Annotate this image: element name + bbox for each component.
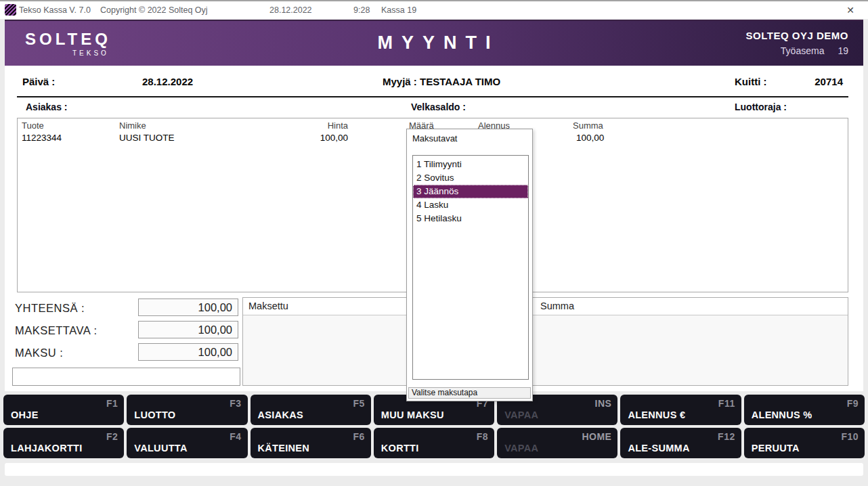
payment-option[interactable]: 1 Tilimyynti [413,158,528,171]
valuutta-label: VALUUTTA [134,443,187,454]
titlebar: Tekso Kassa V. 7.0 Copyright © 2022 Solt… [0,0,868,19]
cell-tuote: 11223344 [22,133,62,143]
muu-maksu-label: MUU MAKSU [381,410,444,420]
peruuta-button[interactable]: F10 PERUUTA [744,428,865,458]
vapaa-ins-label: VAPAA [504,410,538,420]
alennus-euro-key: F11 [718,398,735,409]
paid-panel-header: Maksettu Summa [243,298,848,315]
workstation-line: Työasema19 [746,45,848,56]
vapaa-home-button: HOME VAPAA [497,428,617,458]
receipt-value: 20714 [802,76,843,87]
app-window: Tekso Kassa V. 7.0 Copyright © 2022 Solt… [0,0,868,486]
ale-summa-key: F12 [718,431,735,442]
date-label: Päivä : [22,76,55,87]
kortti-button[interactable]: F8 KORTTI [374,428,494,458]
solteq-logo: SOLTEQ TEKSO [25,30,111,57]
divider-line [17,96,848,97]
vapaa-home-label: VAPAA [504,443,538,454]
debt-label: Velkasaldo : [411,102,466,112]
logo-main-text: SOLTEQ [25,30,111,49]
col-header-nimike: Nimike [119,120,146,131]
luotto-key: F3 [230,398,241,409]
total-label: YHTEENSÄ : [15,302,85,315]
kateinen-button[interactable]: F6 KÄTEINEN [251,428,371,458]
alennus-pct-button[interactable]: F9 ALENNUS % [744,395,865,425]
payment-value-box: 100,00 [138,343,238,361]
titlebar-date: 28.12.2022 [269,5,312,15]
cell-hinta: 100,00 [275,133,348,143]
receipt-label: Kuitti : [735,76,766,87]
customer-label: Asiakas : [26,102,67,112]
kateinen-key: F6 [353,431,365,442]
vapaa-ins-key: INS [595,398,612,409]
valuutta-key: F4 [230,431,241,442]
alennus-pct-key: F9 [847,398,859,409]
lahjakortti-key: F2 [106,431,118,442]
sum-header-label: Summa [540,301,574,311]
payment-popup: Maksutavat 1 Tilimyynti 2 Sovitus 3 Jään… [406,129,533,401]
credit-label: Luottoraja : [735,102,787,112]
total-value-box: 100,00 [138,299,238,316]
asiakas-key: F5 [353,398,365,409]
cell-summa: 100,00 [576,133,604,143]
peruuta-label: PERUUTA [752,443,800,454]
peruuta-key: F10 [841,431,859,442]
payable-label: MAKSETTAVA : [15,324,97,337]
alennus-pct-label: ALENNUS % [752,410,812,420]
paid-header-label: Maksettu [248,301,288,311]
ohje-label: OHJE [11,410,39,420]
vapaa-home-key: HOME [582,431,611,442]
col-header-hinta: Hinta [275,120,348,131]
popup-status-bar: Valitse maksutapa [408,387,531,399]
bottom-status-bar [5,463,863,476]
lahjakortti-label: LAHJAKORTTI [11,443,83,454]
asiakas-label: ASIAKAS [258,410,303,420]
valuutta-button[interactable]: F4 VALUUTTA [127,428,247,458]
popup-title: Maksutavat [412,133,457,143]
header-right-block: SOLTEQ OYJ DEMO Työasema19 [746,30,848,56]
luotto-button[interactable]: F3 LUOTTO [127,395,247,425]
titlebar-time: 9:28 [353,5,370,15]
amount-entry-field[interactable] [12,368,240,386]
workstation-value: 19 [838,45,848,56]
ohje-key: F1 [106,398,118,409]
alennus-euro-label: ALENNUS € [628,410,685,420]
logo-sub-text: TEKSO [25,49,111,57]
titlebar-app-name: Tekso Kassa V. 7.0 [19,5,91,15]
alennus-euro-button[interactable]: F11 ALENNUS € [620,395,741,425]
seller-line: Myyjä : TESTAAJA TIMO [383,76,500,87]
payment-option[interactable]: 3 Jäännös [413,185,528,198]
kortti-label: KORTTI [381,443,419,454]
paid-panel: Maksettu Summa [242,297,848,386]
asiakas-button[interactable]: F5 ASIAKAS [251,395,371,425]
payment-option[interactable]: 4 Lasku [413,198,528,212]
kateinen-label: KÄTEINEN [258,443,310,454]
payment-option[interactable]: 2 Sovitus [413,171,528,185]
payment-options-list[interactable]: 1 Tilimyynti 2 Sovitus 3 Jäännös 4 Lasku… [412,155,529,380]
page-title: MYYNTI [368,32,499,53]
company-name: SOLTEQ OYJ DEMO [746,30,848,41]
cell-nimike: UUSI TUOTE [119,133,175,143]
col-header-summa: Summa [573,120,603,131]
titlebar-register: Kassa 19 [381,5,416,15]
date-value: 28.12.2022 [142,76,193,87]
ohje-button[interactable]: F1 OHJE [3,395,124,425]
payable-value-box: 100,00 [138,321,238,338]
workstation-label: Työasema [781,45,825,56]
ale-summa-label: ALE-SUMMA [628,443,689,454]
kortti-key: F8 [477,431,488,442]
payment-option[interactable]: 5 Hetilasku [413,212,528,225]
app-header: SOLTEQ TEKSO MYYNTI SOLTEQ OYJ DEMO Työa… [5,20,863,66]
payment-label: MAKSU : [15,347,63,359]
lahjakortti-button[interactable]: F2 LAHJAKORTTI [3,428,124,458]
ale-summa-button[interactable]: F12 ALE-SUMMA [620,428,741,458]
function-key-bar: F1 OHJE F3 LUOTTO F5 ASIAKAS F7 MUU MAKS… [3,395,865,458]
luotto-label: LUOTTO [134,410,175,420]
col-header-tuote: Tuote [22,120,44,131]
app-icon [5,4,16,16]
titlebar-copyright: Copyright © 2022 Solteq Oyj [100,5,208,15]
close-icon[interactable]: ✕ [846,5,854,16]
